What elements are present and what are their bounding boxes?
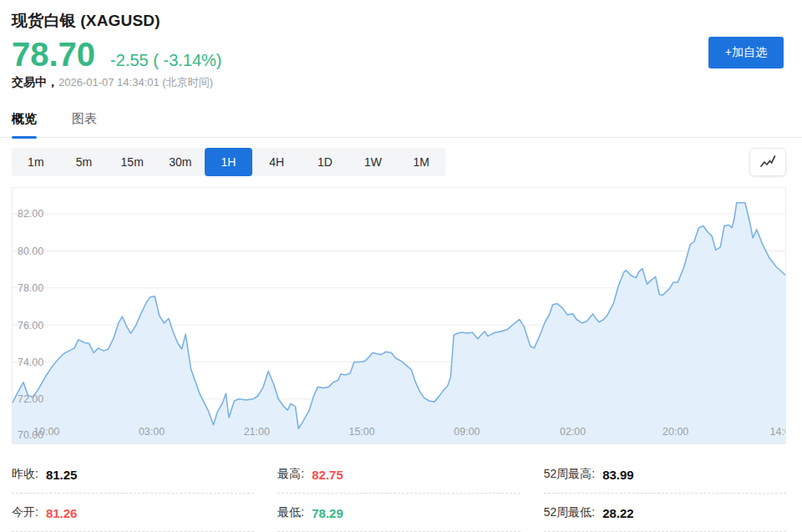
quote-timestamp: 2026-01-07 14:34:01 (北京时间) (58, 76, 213, 89)
y-axis-label: 82.00 (18, 208, 43, 220)
stat-52w-high: 52周最高: 83.99 (544, 455, 786, 494)
timeframe-button-5m[interactable]: 5m (60, 148, 109, 176)
chart-type-button[interactable] (749, 148, 786, 176)
price-change: -2.55 ( -3.14%) (110, 51, 221, 70)
stats-grid: 昨收: 81.25 最高: 82.75 52周最高: 83.99 今开: 81.… (12, 455, 786, 532)
timeframe-button-1m[interactable]: 1M (397, 148, 445, 176)
timeframe-button-1d[interactable]: 1D (301, 148, 349, 176)
stat-prev-close: 昨收: 81.25 (12, 455, 254, 494)
price-row: 78.70 -2.55 ( -3.14%) (12, 38, 786, 71)
timeframe-row: 1m5m15m30m1H4H1D1W1M (12, 148, 786, 176)
stat-open: 今开: 81.26 (12, 494, 254, 532)
y-axis-label: 74.00 (18, 357, 43, 368)
timeframe-button-4h[interactable]: 4H (252, 148, 301, 176)
x-axis-label: 03:00 (139, 426, 165, 438)
quote-page: 现货白银 (XAGUSD) +加自选 78.70 -2.55 ( -3.14%)… (0, 0, 802, 532)
x-axis-label: 09:00 (454, 426, 480, 438)
tab-bar: 概览 图表 (0, 111, 802, 138)
y-axis-label: 72.00 (18, 393, 43, 405)
tab-overview-label: 概览 (12, 111, 37, 125)
line-chart-icon (759, 154, 777, 170)
tab-chart-label: 图表 (72, 111, 97, 125)
y-axis-label: 80.00 (18, 246, 43, 257)
y-axis-label: 78.00 (18, 282, 43, 294)
y-axis-label: 76.00 (18, 320, 43, 332)
timeframe-button-30m[interactable]: 30m (156, 148, 205, 176)
x-axis-label: 20:00 (662, 426, 688, 438)
tab-overview[interactable]: 概览 (12, 111, 37, 137)
status-row: 交易中，2026-01-07 14:34:01 (北京时间) (12, 75, 786, 90)
stat-high: 最高: 82.75 (277, 455, 520, 494)
timeframe-button-15m[interactable]: 15m (108, 148, 156, 176)
stat-52w-low: 52周最低: 28.22 (544, 494, 786, 532)
x-axis-label: 15:00 (348, 426, 374, 438)
price-area-chart[interactable]: 82.0080.0078.0076.0074.0072.0070.0010:00… (13, 188, 785, 443)
last-price: 78.70 (12, 38, 95, 71)
page-title: 现货白银 (XAGUSD) (12, 10, 786, 32)
trading-status: 交易中， (12, 75, 58, 89)
x-axis-label: 21:00 (244, 426, 270, 438)
x-axis-label: 10:00 (33, 426, 59, 438)
timeframe-button-1h[interactable]: 1H (205, 148, 253, 176)
tab-chart[interactable]: 图表 (72, 111, 97, 137)
price-area-fill (13, 203, 785, 443)
price-chart[interactable]: 82.0080.0078.0076.0074.0072.0070.0010:00… (12, 187, 786, 444)
add-watchlist-button[interactable]: +加自选 (708, 37, 784, 68)
stat-low: 最低: 78.29 (277, 494, 520, 532)
x-axis-label: 02:00 (560, 426, 586, 438)
timeframe-button-1m[interactable]: 1m (12, 148, 60, 176)
timeframe-group: 1m5m15m30m1H4H1D1W1M (12, 148, 445, 176)
x-axis-label: 14:00 (770, 426, 785, 438)
timeframe-button-1w[interactable]: 1W (349, 148, 398, 176)
